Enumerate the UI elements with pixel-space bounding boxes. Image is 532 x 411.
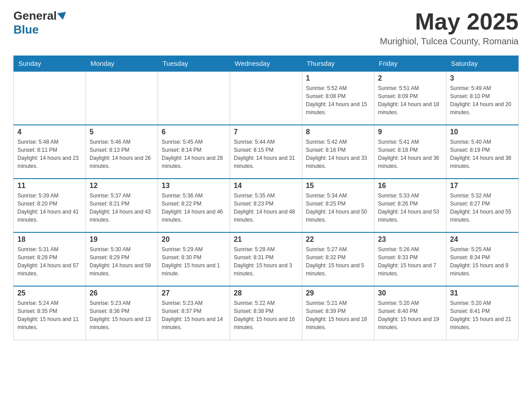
calendar-cell: 29Sunrise: 5:21 AM Sunset: 8:39 PM Dayli… (302, 286, 374, 340)
calendar-day-header: Sunday (14, 56, 86, 72)
day-info: Sunrise: 5:37 AM Sunset: 8:21 PM Dayligh… (90, 192, 154, 224)
calendar-week-row: 18Sunrise: 5:31 AM Sunset: 8:28 PM Dayli… (14, 232, 519, 286)
day-info: Sunrise: 5:20 AM Sunset: 8:40 PM Dayligh… (378, 299, 442, 331)
day-info: Sunrise: 5:34 AM Sunset: 8:25 PM Dayligh… (306, 192, 370, 224)
day-number: 2 (378, 74, 442, 82)
calendar-cell (14, 71, 86, 125)
day-number: 11 (17, 182, 82, 190)
day-number: 19 (90, 235, 154, 244)
calendar-cell (230, 71, 302, 125)
day-info: Sunrise: 5:45 AM Sunset: 8:14 PM Dayligh… (162, 138, 226, 170)
day-info: Sunrise: 5:51 AM Sunset: 8:09 PM Dayligh… (378, 84, 442, 116)
month-title: May 2025 (380, 9, 519, 34)
day-number: 9 (378, 128, 442, 136)
calendar-cell: 25Sunrise: 5:24 AM Sunset: 8:35 PM Dayli… (14, 286, 86, 340)
calendar-cell: 19Sunrise: 5:30 AM Sunset: 8:29 PM Dayli… (86, 232, 158, 286)
location-title: Murighiol, Tulcea County, Romania (380, 36, 519, 47)
day-number: 15 (306, 182, 370, 190)
calendar-cell: 24Sunrise: 5:25 AM Sunset: 8:34 PM Dayli… (446, 232, 519, 286)
day-number: 23 (378, 235, 442, 244)
calendar-cell: 23Sunrise: 5:26 AM Sunset: 8:33 PM Dayli… (374, 232, 446, 286)
day-number: 13 (162, 182, 226, 190)
day-info: Sunrise: 5:25 AM Sunset: 8:34 PM Dayligh… (450, 245, 515, 278)
calendar-cell: 22Sunrise: 5:27 AM Sunset: 8:32 PM Dayli… (302, 232, 374, 286)
day-info: Sunrise: 5:31 AM Sunset: 8:28 PM Dayligh… (17, 245, 82, 278)
calendar-day-header: Thursday (302, 56, 374, 72)
calendar-cell: 6Sunrise: 5:45 AM Sunset: 8:14 PM Daylig… (158, 125, 230, 179)
calendar-day-header: Saturday (446, 56, 519, 72)
calendar-day-header: Wednesday (230, 56, 302, 72)
calendar-header-row: SundayMondayTuesdayWednesdayThursdayFrid… (14, 56, 519, 72)
day-info: Sunrise: 5:39 AM Sunset: 8:20 PM Dayligh… (17, 192, 82, 224)
day-number: 12 (90, 182, 154, 190)
calendar-week-row: 11Sunrise: 5:39 AM Sunset: 8:20 PM Dayli… (14, 179, 519, 232)
calendar-week-row: 25Sunrise: 5:24 AM Sunset: 8:35 PM Dayli… (14, 286, 519, 340)
title-block: May 2025 Murighiol, Tulcea County, Roman… (380, 9, 519, 47)
calendar-cell: 11Sunrise: 5:39 AM Sunset: 8:20 PM Dayli… (14, 179, 86, 232)
calendar-cell: 21Sunrise: 5:28 AM Sunset: 8:31 PM Dayli… (230, 232, 302, 286)
day-info: Sunrise: 5:23 AM Sunset: 8:37 PM Dayligh… (162, 299, 226, 331)
calendar-cell: 18Sunrise: 5:31 AM Sunset: 8:28 PM Dayli… (14, 232, 86, 286)
calendar-cell: 17Sunrise: 5:32 AM Sunset: 8:27 PM Dayli… (446, 179, 519, 232)
calendar-day-header: Tuesday (158, 56, 230, 72)
day-info: Sunrise: 5:28 AM Sunset: 8:31 PM Dayligh… (234, 245, 298, 278)
day-number: 30 (378, 289, 442, 297)
calendar-cell: 15Sunrise: 5:34 AM Sunset: 8:25 PM Dayli… (302, 179, 374, 232)
page-header: General Blue May 2025 Murighiol, Tulcea … (13, 9, 519, 47)
day-info: Sunrise: 5:27 AM Sunset: 8:32 PM Dayligh… (306, 245, 370, 278)
calendar-cell: 7Sunrise: 5:44 AM Sunset: 8:15 PM Daylig… (230, 125, 302, 179)
calendar-cell: 28Sunrise: 5:22 AM Sunset: 8:38 PM Dayli… (230, 286, 302, 340)
day-info: Sunrise: 5:46 AM Sunset: 8:13 PM Dayligh… (90, 138, 154, 170)
day-info: Sunrise: 5:52 AM Sunset: 8:08 PM Dayligh… (306, 84, 370, 116)
day-info: Sunrise: 5:20 AM Sunset: 8:41 PM Dayligh… (450, 299, 515, 331)
logo-arrow-icon (57, 12, 67, 20)
day-number: 18 (17, 235, 82, 244)
day-info: Sunrise: 5:32 AM Sunset: 8:27 PM Dayligh… (450, 192, 515, 224)
calendar-cell: 26Sunrise: 5:23 AM Sunset: 8:36 PM Dayli… (86, 286, 158, 340)
day-number: 6 (162, 128, 226, 136)
calendar-cell: 31Sunrise: 5:20 AM Sunset: 8:41 PM Dayli… (446, 286, 519, 340)
day-number: 28 (234, 289, 298, 297)
day-info: Sunrise: 5:33 AM Sunset: 8:26 PM Dayligh… (378, 192, 442, 224)
calendar-cell: 9Sunrise: 5:41 AM Sunset: 8:18 PM Daylig… (374, 125, 446, 179)
day-number: 8 (306, 128, 370, 136)
day-info: Sunrise: 5:40 AM Sunset: 8:19 PM Dayligh… (450, 138, 515, 170)
day-info: Sunrise: 5:23 AM Sunset: 8:36 PM Dayligh… (90, 299, 154, 331)
logo: General Blue (13, 9, 68, 37)
day-info: Sunrise: 5:30 AM Sunset: 8:29 PM Dayligh… (90, 245, 154, 278)
day-info: Sunrise: 5:48 AM Sunset: 8:11 PM Dayligh… (17, 138, 82, 170)
day-info: Sunrise: 5:44 AM Sunset: 8:15 PM Dayligh… (234, 138, 298, 170)
day-info: Sunrise: 5:24 AM Sunset: 8:35 PM Dayligh… (17, 299, 82, 331)
calendar-cell: 1Sunrise: 5:52 AM Sunset: 8:08 PM Daylig… (302, 71, 374, 125)
calendar-week-row: 4Sunrise: 5:48 AM Sunset: 8:11 PM Daylig… (14, 125, 519, 179)
calendar-cell: 16Sunrise: 5:33 AM Sunset: 8:26 PM Dayli… (374, 179, 446, 232)
day-info: Sunrise: 5:36 AM Sunset: 8:22 PM Dayligh… (162, 192, 226, 224)
day-number: 7 (234, 128, 298, 136)
day-number: 27 (162, 289, 226, 297)
calendar-cell: 4Sunrise: 5:48 AM Sunset: 8:11 PM Daylig… (14, 125, 86, 179)
day-info: Sunrise: 5:22 AM Sunset: 8:38 PM Dayligh… (234, 299, 298, 331)
logo-blue-text: Blue (13, 23, 39, 37)
day-number: 22 (306, 235, 370, 244)
day-info: Sunrise: 5:49 AM Sunset: 8:10 PM Dayligh… (450, 84, 515, 116)
calendar-cell: 12Sunrise: 5:37 AM Sunset: 8:21 PM Dayli… (86, 179, 158, 232)
day-info: Sunrise: 5:29 AM Sunset: 8:30 PM Dayligh… (162, 245, 226, 278)
day-number: 4 (17, 128, 82, 136)
day-number: 24 (450, 235, 515, 244)
day-number: 20 (162, 235, 226, 244)
day-number: 29 (306, 289, 370, 297)
calendar-cell: 27Sunrise: 5:23 AM Sunset: 8:37 PM Dayli… (158, 286, 230, 340)
day-number: 21 (234, 235, 298, 244)
day-number: 10 (450, 128, 515, 136)
calendar-week-row: 1Sunrise: 5:52 AM Sunset: 8:08 PM Daylig… (14, 71, 519, 125)
calendar-cell: 8Sunrise: 5:42 AM Sunset: 8:16 PM Daylig… (302, 125, 374, 179)
day-number: 1 (306, 74, 370, 82)
day-number: 14 (234, 182, 298, 190)
calendar-cell (158, 71, 230, 125)
day-number: 3 (450, 74, 515, 82)
logo-general-text: General (13, 9, 57, 23)
day-number: 17 (450, 182, 515, 190)
calendar-cell: 2Sunrise: 5:51 AM Sunset: 8:09 PM Daylig… (374, 71, 446, 125)
calendar-table: SundayMondayTuesdayWednesdayThursdayFrid… (13, 56, 519, 340)
day-number: 16 (378, 182, 442, 190)
